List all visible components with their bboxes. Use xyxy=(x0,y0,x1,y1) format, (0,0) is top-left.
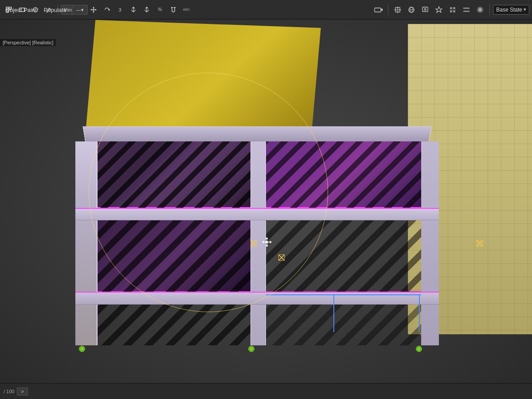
knob-bottom-left xyxy=(79,346,85,352)
shelf-stripes-top-right xyxy=(266,141,421,208)
furniture-3d-object[interactable] xyxy=(75,126,439,356)
knob-bottom-right xyxy=(416,346,422,352)
base-state-label: Base State xyxy=(496,7,522,13)
abc-btn[interactable]: ABC xyxy=(180,4,193,16)
svg-marker-43 xyxy=(266,245,268,247)
sep4 xyxy=(489,4,490,15)
viewport[interactable]: [Perspective] [Realistic] xyxy=(0,20,532,383)
populate-menu[interactable]: Populate xyxy=(40,5,70,15)
blue-line-v2 xyxy=(419,294,420,332)
base-state-arrow: ▾ xyxy=(524,7,526,12)
selection-cross-2 xyxy=(477,240,483,248)
percent-btn[interactable]: 3 xyxy=(114,4,126,16)
pct-lbl: % xyxy=(158,7,162,12)
svg-rect-15 xyxy=(375,8,381,12)
scene-btn[interactable] xyxy=(446,4,459,16)
furniture-left-panel xyxy=(75,141,98,345)
percent-icon[interactable]: % xyxy=(154,4,166,16)
toolbar-named-menus: Object Paint Populate —▾ xyxy=(0,0,88,20)
svg-rect-31 xyxy=(463,11,469,12)
rotate-btn[interactable] xyxy=(101,4,113,16)
svg-marker-9 xyxy=(93,12,94,13)
statusbar-arrow-btn[interactable]: > xyxy=(17,387,27,395)
light-btn[interactable] xyxy=(433,4,445,16)
statusbar-info: / 100 xyxy=(4,389,14,394)
shelf-stripes-mid-right xyxy=(266,220,421,292)
circle-center-cross xyxy=(278,254,285,262)
blue-line-v1 xyxy=(333,294,334,332)
abc-label: ABC xyxy=(183,8,190,12)
svg-point-46 xyxy=(266,241,268,243)
svg-marker-44 xyxy=(262,241,264,243)
svg-marker-25 xyxy=(436,7,442,12)
toolbar-right: Base State ▾ xyxy=(372,4,529,16)
cam-btn-1[interactable] xyxy=(372,4,385,16)
svg-point-32 xyxy=(478,8,482,12)
util-btn-1[interactable] xyxy=(460,4,473,16)
shelf-horizontal-divider-1 xyxy=(75,208,439,220)
svg-marker-8 xyxy=(93,7,94,8)
object-paint-menu[interactable]: Object Paint xyxy=(2,5,40,15)
svg-rect-26 xyxy=(450,7,452,9)
snap-icon-2[interactable] xyxy=(141,4,153,16)
svg-marker-10 xyxy=(90,9,92,11)
selection-cross-1 xyxy=(250,240,257,248)
snap-icon-1[interactable] xyxy=(127,4,140,16)
svg-rect-30 xyxy=(463,8,469,9)
viewport-label: [Perspective] [Realistic] xyxy=(0,39,56,46)
blue-line-h1 xyxy=(266,294,421,295)
percent-icon: 3 xyxy=(119,7,121,12)
svg-point-24 xyxy=(424,8,426,11)
base-state-dropdown[interactable]: Base State ▾ xyxy=(493,5,529,15)
svg-rect-27 xyxy=(453,7,455,9)
shelf-stripes-mid-left xyxy=(98,220,250,292)
svg-rect-29 xyxy=(453,10,455,12)
knob-bottom-center xyxy=(248,346,254,352)
svg-marker-12 xyxy=(109,8,110,11)
selection-line-pink-1 xyxy=(75,208,439,209)
shelf-stripes-bot-right xyxy=(266,305,421,345)
extra-dropdown[interactable]: —▾ xyxy=(72,5,88,15)
shelf-stripes-bot-left xyxy=(98,305,250,345)
move-cursor-icon xyxy=(262,237,272,250)
selection-line-pink-2 xyxy=(75,292,439,293)
furniture-right-panel xyxy=(421,141,439,345)
svg-rect-28 xyxy=(450,10,452,12)
cam-btn-3[interactable] xyxy=(405,4,418,16)
magnet-btn[interactable] xyxy=(167,4,180,16)
svg-marker-45 xyxy=(270,241,272,243)
move-btn[interactable] xyxy=(87,4,100,16)
render-btn[interactable] xyxy=(419,4,431,16)
extra-dd-icon: —▾ xyxy=(76,7,84,13)
svg-marker-42 xyxy=(266,237,268,239)
util-btn-2[interactable] xyxy=(474,4,486,16)
cam-btn-2[interactable] xyxy=(391,4,404,16)
svg-marker-11 xyxy=(95,9,97,11)
sep3 xyxy=(388,4,388,15)
statusbar: / 100 > xyxy=(0,383,532,399)
shelf-stripes-top-left xyxy=(98,141,250,208)
dropdown-widget[interactable]: —▾ xyxy=(72,5,88,15)
